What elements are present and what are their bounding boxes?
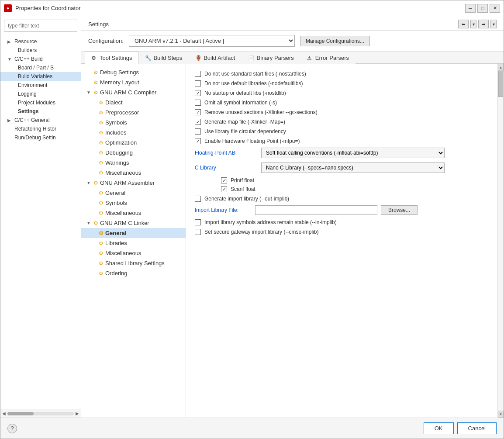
filter-input[interactable]: [4, 20, 77, 32]
binary-parsers-icon: 📄: [248, 55, 254, 61]
tool-settings-icon: ⚙: [91, 55, 97, 61]
import-file-input[interactable]: [255, 205, 377, 215]
omit-symbol-checkbox[interactable]: [195, 100, 201, 106]
scanf-float-checkbox[interactable]: [221, 186, 227, 192]
remove-unused-checkbox[interactable]: [195, 109, 201, 115]
st-gnu-arm-assembler[interactable]: ▼ ⚙ GNU ARM Assembler: [81, 178, 186, 188]
tab-error-parsers[interactable]: ⚠ Error Parsers: [300, 52, 356, 64]
floating-point-label: Floating-Point ABI: [195, 150, 256, 156]
secure-gateway-label: Set secure gateway import library (--cms…: [204, 229, 318, 235]
libraries-icon: ⚙: [99, 240, 104, 246]
st-general-linker[interactable]: ⚙ General: [81, 228, 186, 238]
tree-item-board-part[interactable]: Board / Part / S: [0, 63, 81, 72]
tab-build-steps[interactable]: 🔧 Build Steps: [138, 52, 189, 64]
tree-item-project-modules[interactable]: Project Modules: [0, 98, 81, 107]
hw-float-checkbox[interactable]: [195, 138, 201, 144]
forward-button[interactable]: ➡: [478, 20, 489, 28]
warnings-icon: ⚙: [99, 160, 104, 166]
manage-configurations-button[interactable]: Manage Configurations...: [300, 36, 370, 46]
config-select[interactable]: GNU ARM v7.2.1 - Default [ Active ]: [129, 35, 295, 47]
st-memory-layout[interactable]: ⚙ Memory Layout: [81, 77, 186, 87]
c-library-select[interactable]: Nano C Library (--specs=nano.specs): [261, 162, 445, 173]
tree-item-refactoring[interactable]: Refactoring Histor: [0, 124, 81, 133]
st-symbols-assembler[interactable]: ⚙ Symbols: [81, 198, 186, 208]
window-title: Properties for Coordinator: [15, 5, 465, 11]
remove-unused-label: Remove unused sections (-Xlinker --gc-se…: [204, 109, 318, 115]
st-ordering[interactable]: ⚙ Ordering: [81, 268, 186, 278]
help-button[interactable]: ?: [7, 424, 17, 433]
misc-assembler-icon: ⚙: [99, 210, 104, 216]
memory-layout-icon: ⚙: [93, 80, 98, 86]
generate-map-checkbox[interactable]: [195, 119, 201, 125]
st-gnu-arm-c-linker[interactable]: ▼ ⚙ GNU ARM C Linker: [81, 218, 186, 228]
tree-item-build-variables[interactable]: Build Variables: [0, 72, 81, 81]
floating-point-select[interactable]: Soft float calling conventions (-mfloat-…: [261, 148, 445, 158]
scroll-down-button[interactable]: ▼: [498, 411, 504, 418]
left-panel: ▶ Resource Builders ▼ C/C++ Build Board …: [0, 16, 81, 418]
error-parsers-icon: ⚠: [307, 55, 313, 61]
st-dialect[interactable]: ⚙ Dialect: [81, 97, 186, 107]
option-omit-symbol: Omit all symbol information (-s): [195, 100, 489, 106]
st-misc-compiler[interactable]: ⚙ Miscellaneous: [81, 168, 186, 178]
st-gnu-arm-c-compiler[interactable]: ▼ ⚙ GNU ARM C Compiler: [81, 87, 186, 97]
st-debugging[interactable]: ⚙ Debugging: [81, 148, 186, 158]
floating-point-row: Floating-Point ABI Soft float calling co…: [195, 148, 489, 158]
main-window: ● Properties for Coordinator ─ □ ✕ ▶ Res…: [0, 0, 504, 439]
expand-icon: ▶: [7, 118, 13, 123]
st-shared-library-settings[interactable]: ⚙ Shared Library Settings: [81, 258, 186, 268]
tree-item-resource[interactable]: ▶ Resource: [0, 37, 81, 46]
tab-tool-settings[interactable]: ⚙ Tool Settings: [85, 52, 138, 64]
back-dropdown-button[interactable]: ▾: [470, 20, 476, 28]
generate-import-checkbox[interactable]: [195, 196, 201, 202]
nodefaultlibs-checkbox[interactable]: [195, 80, 201, 86]
nostdlib-checkbox[interactable]: [195, 90, 201, 96]
tree-item-run-debug[interactable]: Run/Debug Settin: [0, 133, 81, 142]
cancel-button[interactable]: Cancel: [457, 422, 497, 434]
close-button[interactable]: ✕: [490, 4, 500, 13]
left-tree: ▶ Resource Builders ▼ C/C++ Build Board …: [0, 35, 81, 409]
st-optimization[interactable]: ⚙ Optimization: [81, 138, 186, 148]
st-general-assembler[interactable]: ⚙ General: [81, 188, 186, 198]
nostartfiles-checkbox[interactable]: [195, 71, 201, 77]
shared-library-settings-icon: ⚙: [99, 260, 104, 266]
import-symbols-checkbox[interactable]: [195, 219, 201, 225]
horizontal-scrollbar[interactable]: ◀ ▶: [0, 409, 81, 418]
st-includes[interactable]: ⚙ Includes: [81, 128, 186, 138]
preprocessor-icon: ⚙: [99, 110, 104, 116]
st-preprocessor[interactable]: ⚙ Preprocessor: [81, 107, 186, 118]
tree-item-logging[interactable]: Logging: [0, 90, 81, 98]
c-library-label: C Library: [195, 165, 256, 171]
st-misc-linker[interactable]: ⚙ Miscellaneous: [81, 248, 186, 258]
maximize-button[interactable]: □: [477, 4, 488, 13]
tree-item-environment[interactable]: Environment: [0, 81, 81, 90]
option-secure-gateway: Set secure gateway import library (--cms…: [195, 229, 489, 235]
scroll-left-icon[interactable]: ◀: [2, 411, 6, 416]
browse-button[interactable]: Browse...: [381, 205, 418, 215]
secure-gateway-checkbox[interactable]: [195, 229, 201, 235]
printf-float-checkbox[interactable]: [221, 177, 227, 183]
st-debug-settings[interactable]: ⚙ Debug Settings: [81, 67, 186, 77]
tab-build-artifact[interactable]: 🏺 Build Artifact: [189, 52, 242, 64]
general-assembler-icon: ⚙: [99, 190, 104, 196]
tree-item-builders[interactable]: Builders: [0, 46, 81, 55]
tree-item-cpp-general[interactable]: ▶ C/C++ General: [0, 116, 81, 124]
tree-item-settings[interactable]: Settings: [0, 107, 81, 116]
ok-button[interactable]: OK: [424, 422, 454, 434]
back-button[interactable]: ⬅: [458, 20, 469, 28]
option-circular-dep: Use library file circular dependency: [195, 128, 489, 135]
st-symbols-compiler[interactable]: ⚙ Symbols: [81, 118, 186, 128]
tab-binary-parsers[interactable]: 📄 Binary Parsers: [242, 52, 300, 64]
scroll-right-icon[interactable]: ▶: [76, 411, 79, 416]
nostartfiles-label: Do not use standard start files (-nostar…: [204, 71, 306, 77]
st-libraries[interactable]: ⚙ Libraries: [81, 238, 186, 248]
circular-dep-label: Use library file circular dependency: [204, 128, 286, 135]
bottom-bar: ? OK Cancel: [0, 418, 504, 439]
scroll-up-button[interactable]: ▲: [498, 64, 504, 71]
circular-dep-checkbox[interactable]: [195, 128, 201, 135]
st-misc-assembler[interactable]: ⚙ Miscellaneous: [81, 208, 186, 218]
tree-item-cpp-build[interactable]: ▼ C/C++ Build: [0, 55, 81, 63]
minimize-button[interactable]: ─: [465, 4, 476, 13]
debug-settings-icon: ⚙: [93, 69, 98, 76]
st-warnings[interactable]: ⚙ Warnings: [81, 158, 186, 168]
forward-dropdown-button[interactable]: ▾: [490, 20, 497, 28]
